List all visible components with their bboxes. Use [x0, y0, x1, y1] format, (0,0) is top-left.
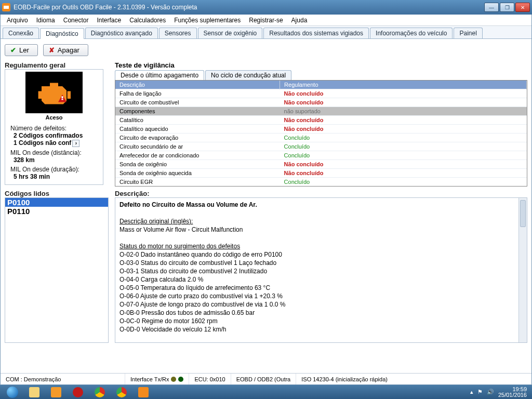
table-row[interactable]: Circuito de evaporaçãoConcluído [115, 134, 527, 142]
taskbar: ▴ ⚑ 🔊 19:5925/01/2016 [0, 385, 532, 399]
status-proto1: EOBD / ODB2 (Outra [231, 374, 297, 384]
taskbar-chrome2[interactable] [111, 386, 132, 398]
maximize-button[interactable]: ❐ [500, 3, 514, 12]
vigil-tab-0[interactable]: Desde o último apagamento [115, 70, 204, 80]
taskbar-opera[interactable] [68, 386, 88, 398]
table-row[interactable]: Sonda de oxigênio aquecidaNão concluído [115, 169, 527, 178]
tab-6[interactable]: Infooromações do veículo [370, 28, 453, 38]
start-button[interactable] [2, 385, 23, 399]
tray-clock[interactable]: 19:5925/01/2016 [498, 387, 527, 398]
description-panel: Descrição: Defeito no Circuito de Massa … [115, 190, 527, 370]
codes-title: Códigos lidos [5, 190, 109, 197]
system-tray[interactable]: ▴ ⚑ 🔊 19:5925/01/2016 [470, 387, 530, 398]
menu-ajuda[interactable]: Ajuda [288, 16, 311, 25]
rx-led-icon [178, 377, 183, 382]
table-row[interactable]: Componentesnão suportado [115, 107, 527, 116]
menu-idioma[interactable]: Idioma [33, 16, 58, 25]
vigilance-title: Teste de vigilância [115, 61, 527, 69]
description-text: Defeito no Circuito de Massa ou Volume d… [115, 197, 527, 343]
codes-panel: Códigos lidos P0100P0110 [5, 190, 109, 370]
status-bar: COM : Demonstração Interface Tx/Rx ECU: … [1, 373, 531, 384]
scrollbar[interactable] [518, 198, 527, 342]
table-row[interactable]: Circuito EGRConcluído [115, 178, 527, 187]
engine-state: Aceso [45, 114, 62, 121]
status-com: COM : Demonstração [1, 374, 125, 384]
vigilance-tabs: Desde o último apagamentoNo ciclo de con… [115, 70, 527, 80]
table-row[interactable]: Falha de ligaçãoNão concluído [115, 89, 527, 98]
unconfirmed-codes: 1 Códigos não conf› [10, 139, 99, 147]
vigil-tab-1[interactable]: No ciclo de condução atual [205, 70, 291, 80]
mil-distance-label: MIL On desde (distância): [10, 149, 99, 156]
status-proto2: ISO 14230-4 (inicialização rápida) [296, 374, 531, 384]
table-row[interactable]: Circuito de combustívelNão concluído [115, 98, 527, 107]
codes-list[interactable]: P0100P0110 [5, 197, 109, 343]
vigilance-panel: Teste de vigilância Desde o último apaga… [115, 61, 527, 187]
read-button[interactable]: ✔Ler [5, 44, 38, 56]
mil-duration: 5 hrs 38 min [10, 173, 99, 180]
svg-rect-1 [61, 96, 63, 98]
tray-flag-icon[interactable]: ⚑ [477, 389, 483, 395]
taskbar-explorer[interactable] [24, 386, 45, 398]
defects-count-label: Número de defeitos: [10, 125, 99, 132]
table-row[interactable]: Catalítico aquecidoNão concluído [115, 125, 527, 134]
tab-3[interactable]: Sensores [159, 28, 197, 38]
tab-7[interactable]: Painel [454, 28, 482, 38]
mil-distance: 328 km [10, 156, 99, 164]
taskbar-chrome1[interactable] [89, 386, 110, 398]
description-title: Descrição: [115, 190, 527, 197]
tab-1[interactable]: Diagnóstico [40, 28, 84, 39]
check-icon: ✔ [10, 46, 16, 54]
app-icon [2, 3, 10, 11]
table-row[interactable]: CatalíticoNão concluído [115, 116, 527, 125]
regulation-title: Regulamento geral [5, 61, 109, 69]
mil-duration-label: MIL On desde (duração): [10, 166, 99, 173]
window-titlebar: EOBD-Facile por Outils OBD Facile - 2.31… [0, 0, 532, 15]
tray-volume-icon[interactable]: 🔊 [487, 389, 494, 395]
left-panel: Regulamento geral Aceso Número de defeit… [5, 61, 109, 187]
status-interface: Interface Tx/Rx [125, 374, 189, 384]
erase-button[interactable]: ✘Apagar [43, 44, 88, 56]
code-item[interactable]: P0100 [5, 198, 108, 207]
close-button[interactable]: ✕ [515, 3, 530, 12]
tx-led-icon [171, 377, 176, 382]
taskbar-app[interactable] [133, 386, 154, 398]
vigilance-table: Descrição Regulamento Falha de ligaçãoNã… [115, 81, 527, 186]
table-row[interactable]: Circuito secundário de arConcluído [115, 142, 527, 151]
tab-2[interactable]: Diagnóstico avançado [85, 28, 158, 38]
menu-bar: ArquivoIdiomaConectorInterfaceCalculador… [1, 15, 531, 26]
col-regulation[interactable]: Regulamento [280, 81, 527, 89]
tab-4[interactable]: Sensor de oxigênio [198, 28, 263, 38]
toolbar: ✔Ler ✘Apagar [5, 42, 527, 58]
col-description[interactable]: Descrição [115, 81, 280, 89]
engine-warning-icon [25, 72, 83, 113]
menu-registrar-se[interactable]: Registrar-se [246, 16, 286, 25]
window-title: EOBD-Facile por Outils OBD Facile - 2.31… [14, 4, 197, 11]
tab-5[interactable]: Resultados dos sistemas vigiados [263, 28, 369, 38]
menu-conector[interactable]: Conector [60, 16, 92, 25]
confirmed-codes: 2 Códigos confirmados [10, 132, 99, 139]
svg-rect-0 [61, 99, 63, 100]
expand-icon[interactable]: › [72, 140, 79, 147]
menu-calculadores[interactable]: Calculadores [126, 16, 169, 25]
status-ecu: ECU: 0x010 [189, 374, 231, 384]
taskbar-media[interactable] [46, 386, 66, 398]
table-row[interactable]: Arrefecedor de ar condicionadoConcluído [115, 151, 527, 160]
tab-0[interactable]: Conexão [3, 28, 39, 38]
menu-funções suplementares[interactable]: Funções suplementares [171, 16, 244, 25]
x-icon: ✘ [49, 46, 55, 54]
menu-interface[interactable]: Interface [94, 16, 124, 25]
menu-arquivo[interactable]: Arquivo [4, 16, 31, 25]
code-item[interactable]: P0110 [5, 207, 108, 216]
main-tabs: ConexãoDiagnósticoDiagnóstico avançadoSe… [1, 26, 531, 38]
table-row[interactable]: Sonda de oxigênioNão concluído [115, 160, 527, 169]
tray-up-icon[interactable]: ▴ [470, 389, 473, 395]
minimize-button[interactable]: — [484, 3, 499, 12]
